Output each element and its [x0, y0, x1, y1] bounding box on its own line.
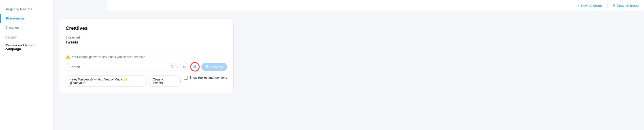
- svg-line-1: [173, 67, 174, 68]
- search-icon: [171, 65, 174, 69]
- copy-ad-group-label: Copy ad group: [617, 4, 639, 8]
- top-bar-divider: [607, 3, 608, 8]
- top-bar: + New ad group ⧉ Copy ad group: [108, 0, 644, 11]
- filter-tags: Haley Walden 🔗 writing Vow of Magic ✨ @h…: [66, 76, 180, 87]
- content-wrapper: Creatives 0 selected Tweets ⚠️ Your camp…: [54, 14, 644, 99]
- show-replies-wrapper: Show replies and mentions: [184, 76, 227, 80]
- sidebar: Targeting features Placements Creatives …: [0, 0, 54, 130]
- show-replies-label: Show replies and mentions: [190, 76, 227, 80]
- show-replies-checkbox[interactable]: [184, 76, 188, 80]
- search-row: ↻: [66, 63, 227, 71]
- user-filter-label: Haley Walden 🔗 writing Vow of Magic ✨ @h…: [69, 78, 143, 85]
- search-input-wrapper[interactable]: [66, 63, 178, 71]
- plus-icon: +: [578, 4, 580, 8]
- creatives-card: Creatives 0 selected Tweets ⚠️ Your camp…: [59, 19, 234, 93]
- copy-icon: ⧉: [613, 3, 615, 8]
- chevron-down-icon: ▾: [176, 80, 177, 83]
- copy-ad-group-button[interactable]: ⧉ Copy ad group: [613, 3, 639, 8]
- user-filter-tag[interactable]: Haley Walden 🔗 writing Vow of Magic ✨ @h…: [66, 76, 147, 87]
- new-ad-group-label: New ad group: [581, 4, 602, 8]
- refresh-button[interactable]: ↻: [180, 63, 188, 71]
- compose-button[interactable]: [191, 63, 199, 71]
- selected-count: 0 selected: [66, 36, 227, 39]
- preview-button[interactable]: Preview: [202, 63, 227, 71]
- tweets-tab[interactable]: Tweets: [66, 40, 78, 47]
- new-ad-group-button[interactable]: + New ad group: [578, 4, 602, 8]
- sidebar-item-targeting[interactable]: Targeting features: [0, 5, 54, 14]
- preview-label: Preview: [210, 65, 223, 69]
- filter-row: Haley Walden 🔗 writing Vow of Magic ✨ @h…: [66, 76, 227, 87]
- warning-text: Your campaign won't serve until you sele…: [72, 55, 146, 59]
- sidebar-item-placements[interactable]: Placements: [0, 14, 54, 23]
- sidebar-section-review: REVIEW: [0, 32, 54, 41]
- card-title: Creatives: [66, 25, 227, 31]
- svg-point-2: [207, 66, 208, 67]
- refresh-icon: ↻: [183, 65, 186, 69]
- sidebar-item-review-launch[interactable]: Review and launch campaign: [0, 41, 54, 54]
- tweet-type-filter-tag[interactable]: Organic Tweets ▾: [149, 76, 180, 87]
- tweet-type-label: Organic Tweets: [153, 78, 174, 85]
- search-input[interactable]: [69, 65, 171, 69]
- warning-icon: ⚠️: [66, 55, 70, 59]
- sidebar-item-creatives[interactable]: Creatives: [0, 23, 54, 32]
- eye-icon: [206, 65, 209, 69]
- compose-icon: [193, 65, 196, 69]
- warning-banner: ⚠️ Your campaign won't serve until you s…: [66, 55, 227, 59]
